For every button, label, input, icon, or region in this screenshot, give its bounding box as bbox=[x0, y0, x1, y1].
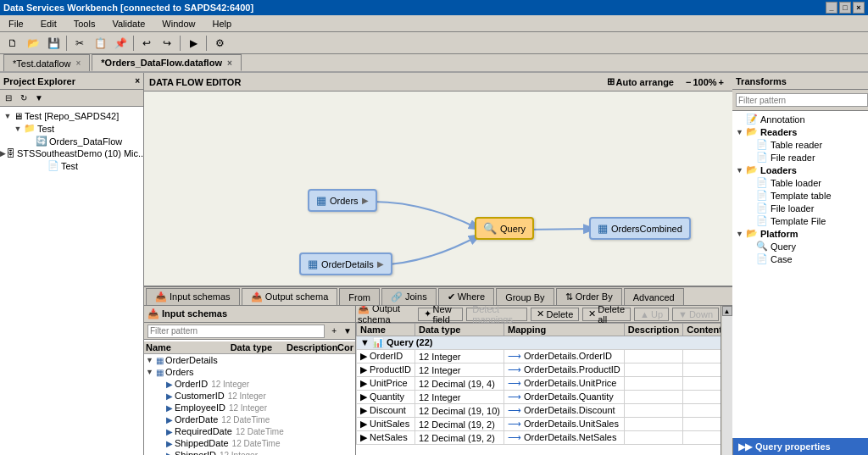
close-button[interactable]: × bbox=[853, 2, 865, 14]
transforms-filter-input[interactable] bbox=[736, 93, 868, 107]
file-loader-icon: 📄 bbox=[756, 203, 768, 214]
zoom-plus[interactable]: + bbox=[719, 77, 724, 87]
detect-mappings-button[interactable]: Detect mappings bbox=[466, 308, 527, 321]
tree-item-test-leaf[interactable]: 📄 Test bbox=[0, 159, 143, 172]
delete-button[interactable]: ✕ Delete bbox=[531, 308, 579, 321]
t-table-reader[interactable]: 📄 Table reader bbox=[732, 138, 868, 151]
menu-help[interactable]: Help bbox=[207, 17, 236, 31]
node-orders-arrow: ▶ bbox=[362, 196, 369, 205]
row-productid-mapping: ⟶ OrderDetails.ProductID bbox=[504, 363, 624, 377]
menu-tools[interactable]: Tools bbox=[69, 17, 101, 31]
t-platform[interactable]: ▼ 📂 Platform bbox=[732, 227, 868, 240]
si-orderdate[interactable]: ▶ OrderDate 12 DateTime bbox=[144, 413, 355, 425]
t-file-loader[interactable]: 📄 File loader bbox=[732, 202, 868, 214]
new-field-button[interactable]: ✦ New field bbox=[418, 308, 464, 321]
si-rd-type: 12 DateTime bbox=[236, 427, 284, 436]
si-customerid[interactable]: ▶ CustomerID 12 Integer bbox=[144, 390, 355, 402]
tab-orders-close[interactable]: × bbox=[227, 58, 232, 68]
maximize-button[interactable]: □ bbox=[839, 2, 851, 14]
node-orderdetails[interactable]: ▦ OrderDetails ▶ bbox=[299, 252, 392, 275]
undo-button[interactable]: ↩ bbox=[137, 34, 156, 53]
si-orderid[interactable]: ▶ OrderID 12 Integer bbox=[144, 378, 355, 390]
new-button[interactable]: 🗋 bbox=[3, 34, 22, 53]
tab-input-schemas[interactable]: 📥 Input schemas bbox=[146, 288, 240, 305]
node-query[interactable]: 🔍 Query bbox=[475, 217, 534, 240]
si-orderdetails[interactable]: ▼ ▦ OrderDetails bbox=[144, 354, 355, 366]
delete-all-button[interactable]: ✕ Delete all bbox=[582, 308, 631, 321]
tab-output-schema[interactable]: 📤 Output schema bbox=[242, 288, 338, 305]
input-schemas-filter[interactable] bbox=[147, 325, 325, 338]
project-explorer-close[interactable]: × bbox=[135, 76, 140, 86]
input-schemas-add[interactable]: + bbox=[328, 325, 340, 338]
menu-window[interactable]: Window bbox=[157, 17, 200, 31]
redo-button[interactable]: ↪ bbox=[158, 34, 176, 53]
table-reader-icon: 📄 bbox=[756, 139, 768, 150]
platform-icon: 📂 bbox=[746, 228, 758, 239]
tab-orders[interactable]: *Orders_DataFlow.dataflow × bbox=[92, 54, 241, 71]
si-requireddate[interactable]: ▶ RequiredDate 12 DateTime bbox=[144, 425, 355, 437]
settings-button[interactable]: ⚙ bbox=[210, 34, 229, 53]
row-productid[interactable]: ▶ ProductID 12 Integer ⟶ OrderDetails.Pr… bbox=[357, 363, 721, 377]
run-button[interactable]: ▶ bbox=[184, 34, 203, 53]
node-orders[interactable]: ▦ Orders ▶ bbox=[308, 189, 377, 212]
t-file-reader[interactable]: 📄 File reader bbox=[732, 151, 868, 164]
t-table-loader[interactable]: 📄 Table loader bbox=[732, 176, 868, 189]
si-eid-type: 12 Integer bbox=[229, 403, 267, 413]
menu-edit[interactable]: Edit bbox=[36, 17, 62, 31]
minimize-button[interactable]: _ bbox=[826, 2, 837, 14]
tab-joins[interactable]: 🔗 Joins bbox=[381, 288, 437, 305]
si-shipperid[interactable]: ▶ ShipperID 12 Integer bbox=[144, 449, 355, 455]
t-query[interactable]: 🔍 Query bbox=[732, 240, 868, 252]
si-shippeddate[interactable]: ▶ ShippedDate 12 DateTime bbox=[144, 437, 355, 449]
row-quantity-name: ▶ Quantity bbox=[357, 391, 415, 404]
up-button[interactable]: ▲ Up bbox=[634, 308, 669, 321]
input-schemas-more[interactable]: ▼ bbox=[342, 325, 353, 338]
tab-orderby[interactable]: ⇅ Order By bbox=[556, 288, 622, 305]
t-readers[interactable]: ▼ 📂 Readers bbox=[732, 125, 868, 138]
tab-test-close[interactable]: × bbox=[75, 58, 81, 68]
tab-advanced[interactable]: Advanced bbox=[624, 288, 684, 305]
row-orderid[interactable]: ▶ OrderID 12 Integer ⟶ OrderDetails.Orde… bbox=[357, 350, 721, 363]
pe-filter[interactable]: ▼ bbox=[32, 92, 46, 105]
si-orders[interactable]: ▼ ▦ Orders bbox=[144, 366, 355, 378]
menu-file[interactable]: File bbox=[3, 17, 29, 31]
zoom-minus[interactable]: − bbox=[686, 77, 691, 87]
down-button[interactable]: ▼ Down bbox=[672, 308, 719, 321]
row-discount[interactable]: ▶ Discount 12 Decimal (19, 10) ⟶ OrderDe… bbox=[357, 404, 721, 418]
tree-item-repo[interactable]: ▼ 🖥 Test [Repo_SAPDS42] bbox=[0, 110, 143, 122]
pe-refresh[interactable]: ↻ bbox=[17, 92, 31, 105]
db-icon: 🗄 bbox=[6, 148, 15, 158]
t-annotation[interactable]: 📝 Annotation bbox=[732, 113, 868, 125]
bottom-scrollbar[interactable]: ▲ ▼ bbox=[721, 306, 732, 455]
scroll-up-btn[interactable]: ▲ bbox=[722, 306, 732, 316]
tab-test[interactable]: *Test.dataflow × bbox=[3, 54, 90, 71]
open-button[interactable]: 📂 bbox=[24, 34, 42, 53]
tree-item-test-folder[interactable]: ▼ 📁 Test bbox=[0, 122, 143, 135]
paste-button[interactable]: 📌 bbox=[111, 34, 130, 53]
menu-validate[interactable]: Validate bbox=[107, 17, 150, 31]
cut-button[interactable]: ✂ bbox=[70, 34, 89, 53]
query-row-header[interactable]: ▼ 📊 Query (22) bbox=[357, 336, 721, 350]
tree-item-sts[interactable]: ▶ 🗄 STSSoutheastDemo (10) Mic... bbox=[0, 147, 143, 159]
auto-arrange-button[interactable]: ⊞ Auto arrange bbox=[604, 75, 677, 88]
row-quantity[interactable]: ▶ Quantity 12 Integer ⟶ OrderDetails.Qua… bbox=[357, 391, 721, 404]
col-name-header: Name bbox=[146, 342, 231, 352]
dataflow-canvas[interactable]: ▦ Orders ▶ ▦ OrderDetails ▶ 🔍 Query ▦ Or… bbox=[144, 92, 732, 286]
save-button[interactable]: 💾 bbox=[44, 34, 63, 53]
t-template-file[interactable]: 📄 Template File bbox=[732, 214, 868, 227]
node-orderscombined[interactable]: ▦ OrdersCombined bbox=[589, 217, 691, 240]
row-unitsales[interactable]: ▶ UnitSales 12 Decimal (19, 2) ⟶ OrderDe… bbox=[357, 418, 721, 431]
tab-groupby[interactable]: Group By bbox=[496, 288, 554, 305]
tab-where[interactable]: ✔ Where bbox=[438, 288, 494, 305]
row-unitprice[interactable]: ▶ UnitPrice 12 Decimal (19, 4) ⟶ OrderDe… bbox=[357, 377, 721, 391]
si-employeeid[interactable]: ▶ EmployeeID 12 Integer bbox=[144, 402, 355, 413]
tab-from[interactable]: From bbox=[339, 288, 380, 305]
tree-item-orders-dataflow[interactable]: 🔄 Orders_DataFlow bbox=[0, 135, 143, 147]
copy-button[interactable]: 📋 bbox=[91, 34, 109, 53]
t-template-table[interactable]: 📄 Template table bbox=[732, 189, 868, 202]
row-netsales[interactable]: ▶ NetSales 12 Decimal (19, 2) ⟶ OrderDet… bbox=[357, 431, 721, 445]
pe-collapse-all[interactable]: ⊟ bbox=[2, 92, 15, 105]
t-case[interactable]: 📄 Case bbox=[732, 252, 868, 265]
zoom-control[interactable]: − 100% + bbox=[682, 76, 727, 88]
t-loaders[interactable]: ▼ 📂 Loaders bbox=[732, 164, 868, 176]
